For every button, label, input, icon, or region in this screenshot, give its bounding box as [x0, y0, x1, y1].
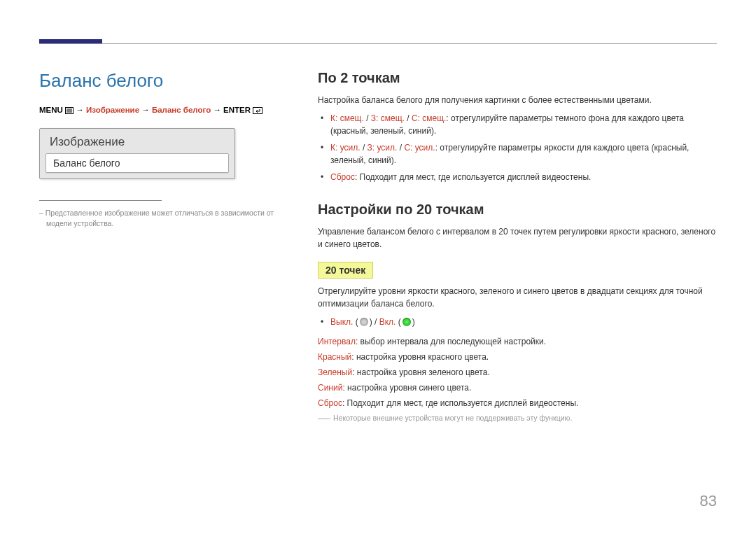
svg-rect-4 — [253, 108, 262, 114]
breadcrumb-arrow: → — [213, 106, 221, 114]
section-heading-2points: По 2 точкам — [318, 70, 717, 86]
breadcrumb-enter: ENTER — [223, 106, 251, 114]
breadcrumb-menu: MENU — [39, 106, 63, 114]
footnote-dash-icon — [318, 419, 330, 419]
breadcrumb-arrow: → — [141, 106, 150, 114]
list-item: К: смещ. / З: смещ. / С: смещ.: отрегули… — [330, 112, 717, 137]
highlight-20points: 20 точек — [318, 262, 373, 279]
label-k-gain: К: усил. — [330, 143, 360, 153]
label-reset: Сброс — [330, 172, 355, 182]
image-disclaimer-note: Представленное изображение может отличат… — [39, 208, 291, 228]
param-blue: Синий: настройка уровня синего цвета. — [318, 381, 717, 394]
enter-icon — [253, 107, 262, 114]
page-number: 83 — [700, 492, 717, 510]
menu-preview-item: Баланс белого — [46, 153, 229, 173]
label-k-shift: К: смещ. — [330, 113, 364, 123]
section-heading-20points: Настройки по 20 точкам — [318, 202, 717, 218]
list-item: Сброс: Подходит для мест, где использует… — [330, 171, 717, 183]
list-item: Выкл. () / Вкл. () — [330, 316, 717, 328]
label-c-shift: С: смещ. — [412, 113, 446, 123]
indicator-off-icon — [360, 318, 368, 326]
highlight-desc: Отрегулируйте уровни яркости красного, з… — [318, 286, 717, 310]
toggle-on-label: Вкл. — [379, 317, 396, 327]
footnote: Некоторые внешние устройства могут не по… — [318, 414, 717, 422]
divider — [39, 200, 162, 201]
list-item: К: усил. / З: усил. / С: усил.: отрегули… — [330, 141, 717, 167]
breadcrumb-image: Изображение — [86, 106, 139, 114]
label-z-shift: З: смещ. — [371, 113, 405, 123]
label-z-gain: З: усил. — [368, 143, 398, 153]
menu-preview-box: Изображение Баланс белого — [39, 128, 235, 179]
param-green: Зеленый: настройка уровня зеленого цвета… — [318, 366, 717, 379]
right-column: По 2 точкам Настройка баланса белого для… — [318, 70, 717, 422]
menu-icon — [65, 107, 74, 114]
indicator-on-icon — [402, 318, 411, 326]
toggle-off-label: Выкл. — [330, 317, 353, 327]
param-red: Красный: настройка уровня красного цвета… — [318, 351, 717, 363]
param-interval: Интервал: выбор интервала для последующе… — [318, 335, 717, 348]
header-divider — [39, 43, 717, 44]
bullet-text: : Подходит для мест, где используется ди… — [355, 172, 592, 182]
page-title: Баланс белого — [39, 70, 291, 92]
label-c-gain: С: усил. — [404, 143, 435, 153]
section-20points-desc: Управление балансом белого с интервалом … — [318, 226, 717, 251]
section-2points-desc: Настройка баланса белого для получения к… — [318, 94, 717, 106]
breadcrumb: MENU → Изображение → Баланс белого → ENT… — [39, 106, 291, 114]
bullet-list-2points: К: смещ. / З: смещ. / С: смещ.: отрегули… — [318, 112, 717, 183]
left-column: Баланс белого MENU → Изображение → Балан… — [39, 70, 291, 228]
breadcrumb-wb: Баланс белого — [152, 106, 211, 114]
bullet-list-toggle: Выкл. () / Вкл. () — [318, 316, 717, 328]
param-reset: Сброс: Подходит для мест, где использует… — [318, 397, 717, 409]
breadcrumb-arrow: → — [76, 106, 84, 114]
menu-preview-title: Изображение — [46, 133, 229, 153]
